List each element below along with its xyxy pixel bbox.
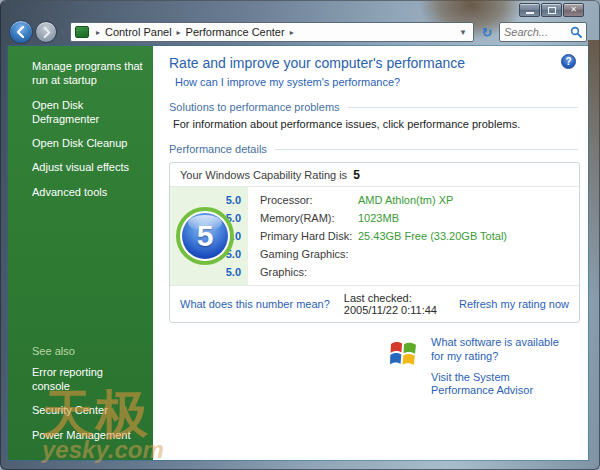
- section-divider: [348, 107, 578, 108]
- navigation-toolbar: ▼ ▸ Control Panel ▸ Performance Center ▸…: [0, 18, 600, 46]
- table-row: Memory(RAM): 1023MB: [248, 209, 579, 227]
- rating-rows: Processor: AMD Athlon(tm) XP Memory(RAM)…: [248, 187, 579, 285]
- main-content: Rate and improve your computer's perform…: [153, 46, 588, 460]
- sidebar-item-advanced-tools[interactable]: Advanced tools: [32, 185, 143, 199]
- rating-footer: What does this number mean? Last checked…: [170, 285, 579, 322]
- rating-header: Your Windows Capability Rating is5: [170, 163, 579, 187]
- table-row: Processor: AMD Athlon(tm) XP: [248, 191, 579, 209]
- search-input[interactable]: [504, 26, 570, 38]
- details-section-title: Performance details: [169, 143, 267, 155]
- advisor-links: What software is available for my rating…: [431, 336, 567, 398]
- rating-header-text: Your Windows Capability Rating is: [180, 169, 347, 181]
- row-label: Memory(RAM):: [248, 212, 358, 224]
- sidebar-item-error-reporting[interactable]: Error reporting console: [32, 365, 143, 394]
- details-section-header: Performance details: [169, 143, 580, 155]
- solutions-section-header: Solutions to performance problems: [169, 101, 580, 113]
- overall-score: 5: [353, 168, 360, 182]
- visit-advisor-link[interactable]: Visit the System Performance Advisor: [431, 371, 567, 399]
- number-meaning-link[interactable]: What does this number mean?: [180, 298, 330, 310]
- row-label: Primary Hard Disk:: [248, 230, 358, 242]
- row-label: Gaming Graphics:: [248, 248, 358, 260]
- breadcrumb-arrow-icon: ▸: [91, 28, 105, 37]
- rating-badge-number: 5: [182, 213, 228, 259]
- sidebar-item-power-management[interactable]: Power Management: [32, 428, 143, 442]
- row-value: AMD Athlon(tm) XP: [358, 194, 453, 206]
- table-row: Gaming Graphics:: [248, 245, 579, 263]
- task-sidebar: Manage programs that run at startup Open…: [8, 46, 153, 460]
- close-button[interactable]: ✕: [563, 3, 584, 17]
- question-mark-icon: ?: [565, 56, 571, 67]
- sidebar-item-startup-programs[interactable]: Manage programs that run at startup: [32, 59, 143, 88]
- performance-center-window: ✕ ▼ ▸ Control Panel ▸ Performance Center…: [0, 0, 600, 470]
- breadcrumb-control-panel[interactable]: Control Panel: [105, 26, 172, 38]
- breadcrumb-arrow-icon[interactable]: ▸: [172, 28, 186, 37]
- improve-performance-link[interactable]: How can I improve my system's performanc…: [175, 76, 580, 88]
- section-divider: [275, 149, 578, 150]
- forward-button[interactable]: [35, 21, 57, 43]
- search-icon[interactable]: [570, 26, 582, 38]
- maximize-icon: [548, 7, 556, 14]
- minimize-icon: [526, 12, 534, 14]
- refresh-icon: ↻: [481, 25, 492, 40]
- refresh-rating-link[interactable]: Refresh my rating now: [459, 298, 569, 310]
- score-graphics: 5.0: [170, 263, 248, 281]
- window-body: Manage programs that run at startup Open…: [8, 46, 588, 460]
- sidebar-item-visual-effects[interactable]: Adjust visual effects: [32, 160, 143, 174]
- help-button[interactable]: ?: [561, 54, 576, 69]
- search-box: [499, 22, 587, 42]
- row-value: 25.43GB Free (33.20GB Total): [358, 230, 507, 242]
- minimize-button[interactable]: [519, 3, 540, 17]
- table-row: Primary Hard Disk: 25.43GB Free (33.20GB…: [248, 227, 579, 245]
- row-label: Processor:: [248, 194, 358, 206]
- sidebar-item-disk-defragmenter[interactable]: Open Disk Defragmenter: [32, 98, 143, 127]
- sidebar-item-security-center[interactable]: Security Center: [32, 403, 143, 417]
- recent-pages-dropdown[interactable]: ▼: [59, 28, 67, 37]
- page-title: Rate and improve your computer's perform…: [169, 55, 580, 71]
- breadcrumb-arrow-icon[interactable]: ▸: [285, 28, 299, 37]
- back-button[interactable]: [9, 20, 33, 44]
- solutions-section-body: For information about performance issues…: [173, 118, 580, 130]
- windows-logo-icon: [387, 338, 421, 370]
- performance-advisor-block: What software is available for my rating…: [387, 336, 567, 398]
- rating-body: 5.0 5.0 5.0 5.0 5.0 5 Processor: AMD Ath…: [170, 187, 579, 285]
- software-available-link[interactable]: What software is available for my rating…: [431, 336, 567, 364]
- last-checked-text: Last checked: 2005/11/22 0:11:44: [344, 292, 459, 316]
- address-dropdown-icon[interactable]: ▼: [455, 28, 471, 37]
- row-label: Graphics:: [248, 266, 358, 278]
- address-bar[interactable]: ▸ Control Panel ▸ Performance Center ▸ ▼: [70, 22, 474, 42]
- close-icon: ✕: [570, 6, 577, 14]
- rating-badge: 5: [176, 207, 234, 265]
- row-value: 1023MB: [358, 212, 399, 224]
- window-caption-buttons: ✕: [519, 3, 584, 17]
- solutions-section-title: Solutions to performance problems: [169, 101, 340, 113]
- sidebar-spacer: [32, 209, 143, 345]
- forward-arrow-icon: [41, 27, 52, 38]
- refresh-button[interactable]: ↻: [477, 22, 497, 42]
- see-also-label: See also: [32, 345, 143, 357]
- score-column: 5.0 5.0 5.0 5.0 5.0 5: [170, 187, 248, 285]
- maximize-button[interactable]: [541, 3, 562, 17]
- breadcrumb-performance-center[interactable]: Performance Center: [186, 26, 285, 38]
- sidebar-item-disk-cleanup[interactable]: Open Disk Cleanup: [32, 136, 143, 150]
- performance-center-icon: [75, 26, 89, 38]
- desktop-glass-reflection-right: [588, 40, 600, 300]
- back-arrow-icon: [15, 26, 27, 38]
- capability-rating-panel: Your Windows Capability Rating is5 5.0 5…: [169, 162, 580, 323]
- table-row: Graphics:: [248, 263, 579, 281]
